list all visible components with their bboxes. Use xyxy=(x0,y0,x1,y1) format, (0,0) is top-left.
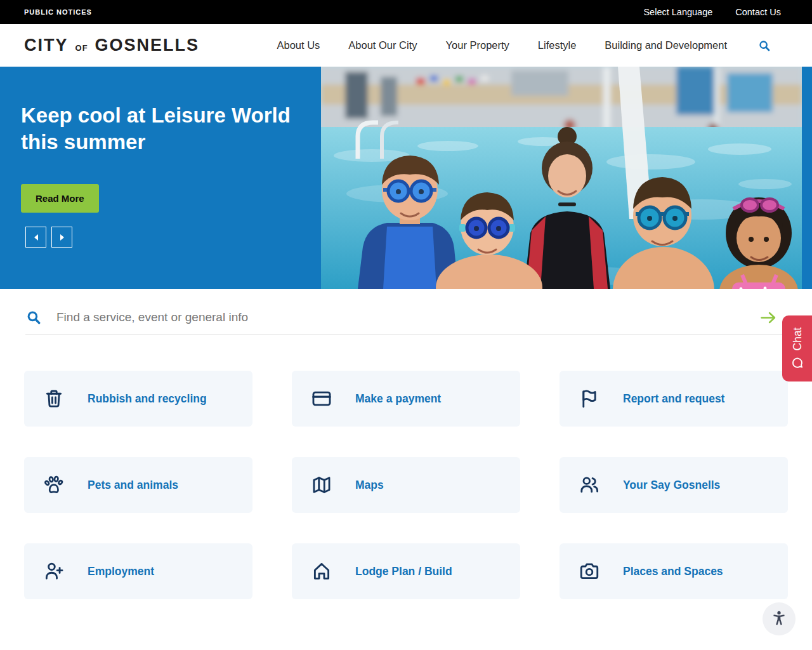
read-more-button[interactable]: Read More xyxy=(21,184,99,213)
chevron-right-icon xyxy=(59,234,65,241)
hero-photo xyxy=(321,67,802,289)
tile-label: Lodge Plan / Build xyxy=(355,565,452,578)
trash-icon xyxy=(43,388,65,409)
tile-label: Make a payment xyxy=(355,392,441,406)
chat-label: Chat xyxy=(790,328,804,351)
site-header: CITY OF GOSNELLS About Us About Our City… xyxy=(0,24,812,67)
person-plus-icon xyxy=(43,560,65,582)
chat-tab-inner: Chat xyxy=(782,315,812,381)
tile-places-spaces[interactable]: Places and Spaces xyxy=(560,543,788,599)
logo-gosnells: GOSNELLS xyxy=(95,36,200,55)
tile-your-say-gosnells[interactable]: Your Say Gosnells xyxy=(560,457,788,513)
main-nav: About Us About Our City Your Property Li… xyxy=(277,39,771,53)
tile-report-request[interactable]: Report and request xyxy=(560,371,788,427)
carousel-controls xyxy=(25,227,72,248)
nav-about-our-city[interactable]: About Our City xyxy=(348,39,417,51)
paw-icon xyxy=(43,474,65,496)
search-submit-button[interactable] xyxy=(761,312,776,324)
carousel-prev-button[interactable] xyxy=(25,227,46,248)
search-icon xyxy=(25,309,42,326)
service-tiles-grid: Rubbish and recycling Make a payment Rep… xyxy=(24,371,788,599)
contact-us-link[interactable]: Contact Us xyxy=(735,7,781,17)
top-utility-bar: PUBLIC NOTICES Select Language Contact U… xyxy=(0,0,812,24)
tile-label: Pets and animals xyxy=(88,479,178,492)
tile-label: Places and Spaces xyxy=(623,565,723,578)
tile-lodge-plan-build[interactable]: Lodge Plan / Build xyxy=(292,543,520,599)
search-bar xyxy=(25,309,787,335)
logo-city: CITY xyxy=(24,36,69,55)
tile-employment[interactable]: Employment xyxy=(24,543,252,599)
camera-icon xyxy=(579,560,600,582)
arrow-right-icon xyxy=(761,312,776,324)
carousel-next-button[interactable] xyxy=(51,227,72,248)
tile-label: Employment xyxy=(88,565,154,578)
nav-lifestyle[interactable]: Lifestyle xyxy=(538,39,577,51)
tile-label: Report and request xyxy=(623,392,724,406)
chat-bubble-icon xyxy=(790,356,804,369)
accessibility-button[interactable] xyxy=(763,602,796,635)
credit-card-icon xyxy=(311,388,332,409)
nav-your-property[interactable]: Your Property xyxy=(446,39,509,51)
map-icon xyxy=(311,474,332,496)
tile-label: Maps xyxy=(355,479,384,492)
search-input[interactable] xyxy=(56,310,761,324)
tile-label: Rubbish and recycling xyxy=(88,392,207,406)
people-icon xyxy=(579,474,600,496)
tile-label: Your Say Gosnells xyxy=(623,479,720,492)
site-logo[interactable]: CITY OF GOSNELLS xyxy=(24,36,199,55)
public-notices-label[interactable]: PUBLIC NOTICES xyxy=(24,8,92,16)
nav-building-development[interactable]: Building and Development xyxy=(605,39,727,51)
select-language-link[interactable]: Select Language xyxy=(643,7,712,17)
accessibility-icon xyxy=(769,609,789,628)
tile-rubbish-recycling[interactable]: Rubbish and recycling xyxy=(24,371,252,427)
tile-pets-animals[interactable]: Pets and animals xyxy=(24,457,252,513)
nav-search-button[interactable] xyxy=(757,39,771,53)
tile-maps[interactable]: Maps xyxy=(292,457,520,513)
tile-make-payment[interactable]: Make a payment xyxy=(292,371,520,427)
quick-search-section xyxy=(0,289,812,335)
top-utility-links: Select Language Contact Us xyxy=(643,7,781,17)
hero-carousel: Keep cool at Leisure World this summer R… xyxy=(0,67,812,289)
logo-of: OF xyxy=(75,43,88,53)
chevron-left-icon xyxy=(33,234,39,241)
search-icon xyxy=(757,39,771,53)
chat-tab[interactable]: Chat xyxy=(782,315,812,381)
hero-heading: Keep cool at Leisure World this summer xyxy=(21,102,319,156)
nav-about-us[interactable]: About Us xyxy=(277,39,320,51)
house-icon xyxy=(311,560,332,582)
hero-content: Keep cool at Leisure World this summer R… xyxy=(21,102,319,213)
flag-icon xyxy=(579,388,600,409)
